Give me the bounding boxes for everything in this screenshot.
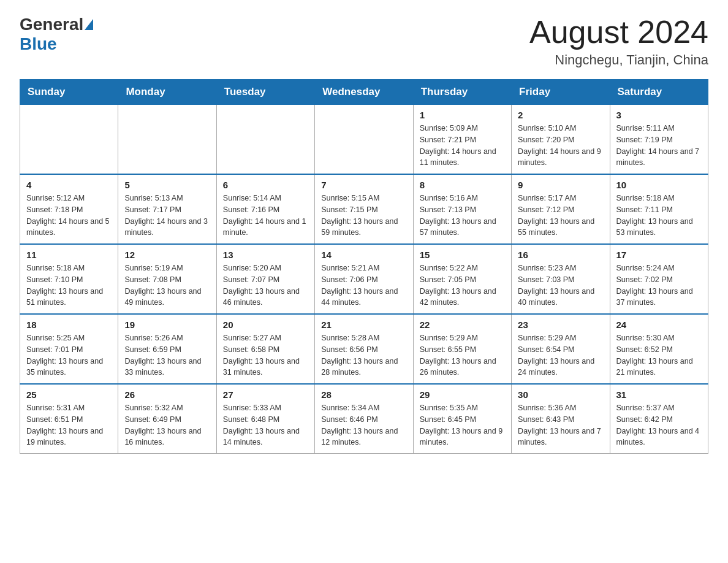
- calendar-header-friday: Friday: [512, 80, 610, 105]
- calendar-cell: 3Sunrise: 5:11 AMSunset: 7:19 PMDaylight…: [610, 105, 708, 175]
- day-number: 10: [616, 180, 702, 190]
- calendar-cell: 19Sunrise: 5:26 AMSunset: 6:59 PMDayligh…: [118, 314, 216, 384]
- calendar-cell: 5Sunrise: 5:13 AMSunset: 7:17 PMDaylight…: [118, 174, 216, 244]
- calendar-cell: [216, 105, 314, 175]
- calendar-table: SundayMondayTuesdayWednesdayThursdayFrid…: [20, 79, 708, 454]
- day-number: 16: [518, 250, 603, 260]
- calendar-cell: 23Sunrise: 5:29 AMSunset: 6:54 PMDayligh…: [512, 314, 610, 384]
- day-number: 13: [223, 250, 308, 260]
- day-number: 17: [616, 250, 702, 260]
- day-number: 15: [420, 250, 505, 260]
- day-info: Sunrise: 5:19 AMSunset: 7:08 PMDaylight:…: [124, 262, 210, 308]
- logo-triangle-icon: [85, 19, 93, 30]
- calendar-cell: 29Sunrise: 5:35 AMSunset: 6:45 PMDayligh…: [413, 384, 511, 454]
- day-number: 29: [420, 389, 505, 400]
- day-info: Sunrise: 5:18 AMSunset: 7:10 PMDaylight:…: [26, 262, 112, 308]
- day-info: Sunrise: 5:36 AMSunset: 6:43 PMDaylight:…: [518, 402, 603, 448]
- calendar-cell: 8Sunrise: 5:16 AMSunset: 7:13 PMDaylight…: [413, 174, 511, 244]
- logo-general-text: General: [20, 15, 83, 34]
- calendar-cell: 15Sunrise: 5:22 AMSunset: 7:05 PMDayligh…: [413, 244, 511, 314]
- day-info: Sunrise: 5:10 AMSunset: 7:20 PMDaylight:…: [518, 123, 603, 169]
- title-area: August 2024 Ningchegu, Tianjin, China: [529, 15, 708, 68]
- day-info: Sunrise: 5:22 AMSunset: 7:05 PMDaylight:…: [420, 262, 505, 308]
- calendar-cell: 31Sunrise: 5:37 AMSunset: 6:42 PMDayligh…: [610, 384, 708, 454]
- calendar-cell: [20, 105, 118, 175]
- calendar-cell: 16Sunrise: 5:23 AMSunset: 7:03 PMDayligh…: [512, 244, 610, 314]
- day-info: Sunrise: 5:31 AMSunset: 6:51 PMDaylight:…: [26, 402, 112, 448]
- calendar-week-row: 1Sunrise: 5:09 AMSunset: 7:21 PMDaylight…: [20, 105, 708, 175]
- calendar-cell: 4Sunrise: 5:12 AMSunset: 7:18 PMDaylight…: [20, 174, 118, 244]
- calendar-cell: 18Sunrise: 5:25 AMSunset: 7:01 PMDayligh…: [20, 314, 118, 384]
- calendar-cell: [315, 105, 413, 175]
- calendar-header-tuesday: Tuesday: [216, 80, 314, 105]
- day-info: Sunrise: 5:32 AMSunset: 6:49 PMDaylight:…: [124, 402, 210, 448]
- calendar-cell: 30Sunrise: 5:36 AMSunset: 6:43 PMDayligh…: [512, 384, 610, 454]
- day-info: Sunrise: 5:37 AMSunset: 6:42 PMDaylight:…: [616, 402, 702, 448]
- calendar-header-sunday: Sunday: [20, 80, 118, 105]
- day-number: 11: [26, 250, 112, 260]
- calendar-cell: 9Sunrise: 5:17 AMSunset: 7:12 PMDaylight…: [512, 174, 610, 244]
- day-number: 1: [420, 110, 505, 120]
- day-number: 18: [26, 320, 112, 330]
- logo: General Blue: [20, 15, 94, 54]
- day-info: Sunrise: 5:27 AMSunset: 6:58 PMDaylight:…: [223, 332, 308, 378]
- calendar-cell: 6Sunrise: 5:14 AMSunset: 7:16 PMDaylight…: [216, 174, 314, 244]
- month-title: August 2024: [529, 15, 708, 50]
- calendar-header-monday: Monday: [118, 80, 216, 105]
- day-number: 27: [223, 389, 308, 400]
- day-number: 4: [26, 180, 112, 190]
- page-header: General Blue August 2024 Ningchegu, Tian…: [20, 15, 708, 68]
- day-info: Sunrise: 5:25 AMSunset: 7:01 PMDaylight:…: [26, 332, 112, 378]
- day-info: Sunrise: 5:16 AMSunset: 7:13 PMDaylight:…: [420, 193, 505, 239]
- day-info: Sunrise: 5:11 AMSunset: 7:19 PMDaylight:…: [616, 123, 702, 169]
- calendar-cell: 11Sunrise: 5:18 AMSunset: 7:10 PMDayligh…: [20, 244, 118, 314]
- day-info: Sunrise: 5:17 AMSunset: 7:12 PMDaylight:…: [518, 193, 603, 239]
- day-info: Sunrise: 5:14 AMSunset: 7:16 PMDaylight:…: [223, 193, 308, 239]
- calendar-week-row: 4Sunrise: 5:12 AMSunset: 7:18 PMDaylight…: [20, 174, 708, 244]
- day-number: 20: [223, 320, 308, 330]
- calendar-cell: 20Sunrise: 5:27 AMSunset: 6:58 PMDayligh…: [216, 314, 314, 384]
- day-number: 30: [518, 389, 603, 400]
- calendar-cell: 22Sunrise: 5:29 AMSunset: 6:55 PMDayligh…: [413, 314, 511, 384]
- calendar-week-row: 18Sunrise: 5:25 AMSunset: 7:01 PMDayligh…: [20, 314, 708, 384]
- day-number: 9: [518, 180, 603, 190]
- day-number: 25: [26, 389, 112, 400]
- day-info: Sunrise: 5:30 AMSunset: 6:52 PMDaylight:…: [616, 332, 702, 378]
- day-info: Sunrise: 5:26 AMSunset: 6:59 PMDaylight:…: [124, 332, 210, 378]
- day-info: Sunrise: 5:28 AMSunset: 6:56 PMDaylight:…: [321, 332, 406, 378]
- calendar-header-row: SundayMondayTuesdayWednesdayThursdayFrid…: [20, 80, 708, 105]
- day-number: 12: [124, 250, 210, 260]
- day-info: Sunrise: 5:12 AMSunset: 7:18 PMDaylight:…: [26, 193, 112, 239]
- day-number: 23: [518, 320, 603, 330]
- calendar-cell: 13Sunrise: 5:20 AMSunset: 7:07 PMDayligh…: [216, 244, 314, 314]
- day-info: Sunrise: 5:35 AMSunset: 6:45 PMDaylight:…: [420, 402, 505, 448]
- day-number: 21: [321, 320, 406, 330]
- calendar-cell: 26Sunrise: 5:32 AMSunset: 6:49 PMDayligh…: [118, 384, 216, 454]
- day-info: Sunrise: 5:29 AMSunset: 6:55 PMDaylight:…: [420, 332, 505, 378]
- day-number: 14: [321, 250, 406, 260]
- calendar-week-row: 25Sunrise: 5:31 AMSunset: 6:51 PMDayligh…: [20, 384, 708, 454]
- location-title: Ningchegu, Tianjin, China: [529, 52, 708, 68]
- day-number: 19: [124, 320, 210, 330]
- calendar-cell: 12Sunrise: 5:19 AMSunset: 7:08 PMDayligh…: [118, 244, 216, 314]
- day-info: Sunrise: 5:29 AMSunset: 6:54 PMDaylight:…: [518, 332, 603, 378]
- day-number: 6: [223, 180, 308, 190]
- calendar-cell: 1Sunrise: 5:09 AMSunset: 7:21 PMDaylight…: [413, 105, 511, 175]
- day-info: Sunrise: 5:33 AMSunset: 6:48 PMDaylight:…: [223, 402, 308, 448]
- calendar-week-row: 11Sunrise: 5:18 AMSunset: 7:10 PMDayligh…: [20, 244, 708, 314]
- calendar-cell: 21Sunrise: 5:28 AMSunset: 6:56 PMDayligh…: [315, 314, 413, 384]
- day-number: 28: [321, 389, 406, 400]
- day-number: 26: [124, 389, 210, 400]
- day-info: Sunrise: 5:13 AMSunset: 7:17 PMDaylight:…: [124, 193, 210, 239]
- calendar-cell: [118, 105, 216, 175]
- calendar-cell: 27Sunrise: 5:33 AMSunset: 6:48 PMDayligh…: [216, 384, 314, 454]
- day-number: 22: [420, 320, 505, 330]
- calendar-cell: 7Sunrise: 5:15 AMSunset: 7:15 PMDaylight…: [315, 174, 413, 244]
- day-info: Sunrise: 5:21 AMSunset: 7:06 PMDaylight:…: [321, 262, 406, 308]
- day-number: 5: [124, 180, 210, 190]
- calendar-cell: 24Sunrise: 5:30 AMSunset: 6:52 PMDayligh…: [610, 314, 708, 384]
- day-number: 8: [420, 180, 505, 190]
- day-number: 3: [616, 110, 702, 120]
- day-info: Sunrise: 5:20 AMSunset: 7:07 PMDaylight:…: [223, 262, 308, 308]
- day-number: 7: [321, 180, 406, 190]
